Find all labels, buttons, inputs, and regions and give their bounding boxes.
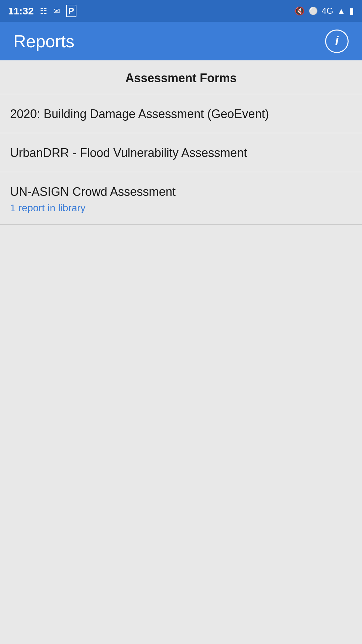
- info-icon: i: [335, 34, 339, 48]
- status-left: 11:32 ☷ ✉ P: [8, 5, 76, 17]
- list-item-title: 2020: Building Damage Assessment (GeoEve…: [10, 106, 349, 122]
- assessment-forms-list: 2020: Building Damage Assessment (GeoEve…: [0, 94, 362, 225]
- section-header: Assessment Forms: [0, 60, 362, 94]
- list-item[interactable]: UN-ASIGN Crowd Assessment 1 report in li…: [0, 172, 362, 225]
- status-bar: 11:32 ☷ ✉ P 🔇 ⚪ 4G ▲ ▮: [0, 0, 362, 22]
- status-right: 🔇 ⚪ 4G ▲ ▮: [295, 6, 354, 16]
- document-icon: ☷: [40, 6, 47, 16]
- list-item-title: UN-ASIGN Crowd Assessment: [10, 184, 349, 200]
- minus-circle-icon: ⚪: [309, 7, 318, 15]
- list-item[interactable]: 2020: Building Damage Assessment (GeoEve…: [0, 94, 362, 133]
- report-in-library-link[interactable]: 1 report in library: [10, 202, 349, 214]
- page-title: Reports: [13, 31, 74, 51]
- wifi-signal-icon: ▲: [337, 6, 345, 16]
- mail-icon: ✉: [53, 6, 60, 16]
- info-button[interactable]: i: [325, 30, 349, 53]
- parking-icon: P: [66, 5, 76, 17]
- app-bar: Reports i: [0, 22, 362, 60]
- list-item[interactable]: UrbanDRR - Flood Vulnerability Assessmen…: [0, 133, 362, 172]
- battery-icon: ▮: [349, 6, 354, 16]
- vibrate-icon: 🔇: [295, 6, 305, 16]
- signal-4g-icon: 4G: [322, 6, 334, 16]
- status-time: 11:32: [8, 5, 34, 17]
- section-header-text: Assessment Forms: [125, 71, 237, 85]
- list-item-title: UrbanDRR - Flood Vulnerability Assessmen…: [10, 145, 349, 161]
